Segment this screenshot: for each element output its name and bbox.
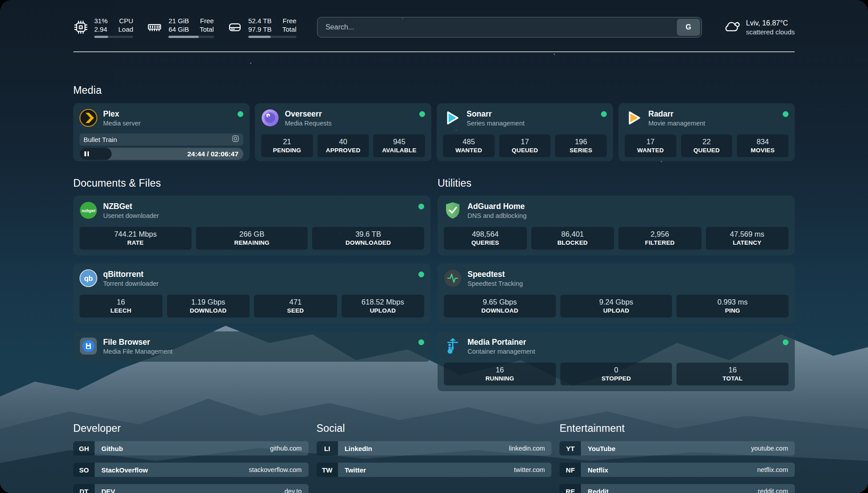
bookmark-domain: netflix.com xyxy=(757,466,788,473)
bookmark-abbr: NF xyxy=(559,463,581,477)
stat-value: 945 xyxy=(375,137,423,146)
bookmark-row[interactable]: DTDEVdev.to xyxy=(73,484,309,493)
filebrowser-icon xyxy=(79,337,97,355)
status-dot xyxy=(418,272,424,277)
bookmark-body: LinkedInlinkedin.com xyxy=(338,441,552,455)
disk-widget: 52.4 TB 97.9 TB Free Total xyxy=(227,17,296,38)
stat-box: 0.993 msPING xyxy=(676,295,789,318)
service-name: Radarr xyxy=(648,109,705,119)
bookmark-abbr: TW xyxy=(317,463,338,477)
dashboard-window: 31% 2.94 CPU Load xyxy=(0,0,868,493)
service-stats: 485WANTED17QUEUED196SERIES xyxy=(443,134,607,157)
service-card-overseerr[interactable]: Overseerr Media Requests 21PENDING40APPR… xyxy=(255,103,431,161)
bookmark-abbr: GH xyxy=(73,441,95,455)
bookmark-row[interactable]: TWTwittertwitter.com xyxy=(317,463,552,477)
radarr-icon xyxy=(625,109,643,127)
bookmark-row[interactable]: YTYouTubeyoutube.com xyxy=(559,441,795,455)
service-card-nzbget[interactable]: nzbget NZBGet Usenet downloader 744.21 M… xyxy=(73,196,430,255)
service-stats: 9.65 GbpsDOWNLOAD9.24 GbpsUPLOAD0.993 ms… xyxy=(444,295,789,318)
disk-icon xyxy=(227,20,242,35)
now-playing-title-row: Bullet Train xyxy=(79,134,243,146)
stat-label: UPLOAD xyxy=(343,307,423,314)
stat-label: QUERIES xyxy=(446,239,525,246)
service-card-adguard[interactable]: AdGuard Home DNS and adblocking 498,564Q… xyxy=(438,196,795,255)
bookmark-body: DEVdev.to xyxy=(95,484,309,493)
stat-box: 1.19 GbpsDOWNLOAD xyxy=(167,295,250,318)
service-card-portainer[interactable]: Media Portainer Container management 16R… xyxy=(438,331,795,391)
playback-progress-bar[interactable]: 24:44 / 02:06:47 xyxy=(79,148,243,160)
search-input[interactable] xyxy=(317,17,702,38)
bookmark-domain: youtube.com xyxy=(751,445,788,452)
stat-box: 618.52 MbpsUPLOAD xyxy=(342,295,425,318)
service-card-filebrowser[interactable]: File Browser Media File Management xyxy=(73,331,430,362)
bookmark-abbr: LI xyxy=(317,441,338,455)
stat-value: 2,956 xyxy=(620,229,700,239)
stat-value: 39.6 TB xyxy=(314,229,422,239)
bookmark-domain: github.com xyxy=(270,445,302,452)
stat-box: 9.24 GbpsUPLOAD xyxy=(560,295,672,318)
service-card-speedtest[interactable]: Speedtest Speedtest Tracking 9.65 GbpsDO… xyxy=(438,263,795,323)
bookmark-abbr: RE xyxy=(559,484,581,493)
weather-widget: Lviv, 16.87°C scattered clouds xyxy=(722,18,795,36)
cpu-load-label: Load xyxy=(118,25,133,33)
service-card-sonarr[interactable]: Sonarr Series management 485WANTED17QUEU… xyxy=(437,103,613,161)
service-card-radarr[interactable]: Radarr Movie management 17WANTED22QUEUED… xyxy=(618,103,795,161)
bookmark-row[interactable]: LILinkedInlinkedin.com xyxy=(317,441,552,455)
stat-label: RUNNING xyxy=(446,375,554,382)
bookmark-row[interactable]: SOStackOverflowstackoverflow.com xyxy=(73,463,309,477)
stat-value: 618.52 Mbps xyxy=(343,297,423,307)
search-provider-button[interactable]: G xyxy=(677,19,700,36)
service-name: Sonarr xyxy=(467,109,525,119)
disk-total-value: 97.9 TB xyxy=(248,25,271,33)
stat-box: 86,401BLOCKED xyxy=(531,227,614,250)
stat-label: MOVIES xyxy=(739,146,787,154)
stat-box: 266 GBREMAINING xyxy=(196,227,308,250)
service-stats: 16LEECH1.19 GbpsDOWNLOAD471SEED618.52 Mb… xyxy=(79,295,424,318)
stat-value: 1.19 Gbps xyxy=(169,297,248,307)
plex-now-playing: Bullet Train 24:44 / 02:06:47 xyxy=(79,134,243,160)
stat-box: 498,564QUERIES xyxy=(444,227,527,250)
status-dot xyxy=(238,111,243,117)
disk-free-value: 52.4 TB xyxy=(248,17,271,25)
cpu-widget: 31% 2.94 CPU Load xyxy=(73,17,133,38)
weather-condition: scattered clouds xyxy=(746,28,795,36)
bookmark-row[interactable]: GHGithubgithub.com xyxy=(73,441,309,455)
cpu-usage-value: 31% xyxy=(94,17,108,25)
service-card-qbittorrent[interactable]: qb qBittorrent Torrent downloader 16LEEC… xyxy=(73,263,430,323)
bookmark-list: YTYouTubeyoutube.comNFNetflixnetflix.com… xyxy=(559,441,795,493)
stat-value: 17 xyxy=(626,137,675,146)
pause-icon xyxy=(84,151,89,156)
stat-value: 266 GB xyxy=(198,229,306,239)
bookmark-name: Reddit xyxy=(588,488,609,493)
bookmark-group-developer: Developer GHGithubgithub.comSOStackOverf… xyxy=(73,422,309,493)
stat-label: DOWNLOAD xyxy=(169,307,248,314)
bookmark-abbr: YT xyxy=(559,441,581,455)
bookmark-row[interactable]: NFNetflixnetflix.com xyxy=(559,463,795,477)
section-title-social: Social xyxy=(317,422,552,435)
stat-label: APPROVED xyxy=(319,146,367,154)
bookmark-row[interactable]: RERedditreddit.com xyxy=(559,484,795,493)
stat-value: 744.21 Mbps xyxy=(81,229,190,239)
stat-label: BLOCKED xyxy=(533,239,613,246)
service-name: NZBGet xyxy=(103,201,159,212)
svg-text:nzbget: nzbget xyxy=(82,208,96,213)
stat-label: PENDING xyxy=(263,146,311,154)
bookmark-body: Redditreddit.com xyxy=(581,484,795,493)
overseerr-icon xyxy=(261,109,279,127)
stat-value: 0.993 ms xyxy=(678,297,787,307)
stat-value: 17 xyxy=(501,137,549,146)
service-card-plex[interactable]: Plex Media server Bullet Train xyxy=(73,103,250,161)
weather-location-temp: Lviv, 16.87°C xyxy=(746,18,795,28)
playback-time: 24:44 / 02:06:47 xyxy=(187,148,238,160)
stat-label: STOPPED xyxy=(562,375,671,382)
bookmark-list: LILinkedInlinkedin.comTWTwittertwitter.c… xyxy=(317,441,552,477)
svg-text:qb: qb xyxy=(84,275,93,282)
stat-value: 16 xyxy=(446,365,554,375)
stat-box: 16RUNNING xyxy=(444,363,556,385)
media-card-row: Plex Media server Bullet Train xyxy=(73,103,795,161)
bookmark-list: GHGithubgithub.comSOStackOverflowstackov… xyxy=(73,441,309,493)
view-icon xyxy=(232,135,239,144)
bookmark-body: StackOverflowstackoverflow.com xyxy=(95,463,309,477)
stat-value: 22 xyxy=(683,137,731,146)
service-desc: Series management xyxy=(467,119,525,128)
